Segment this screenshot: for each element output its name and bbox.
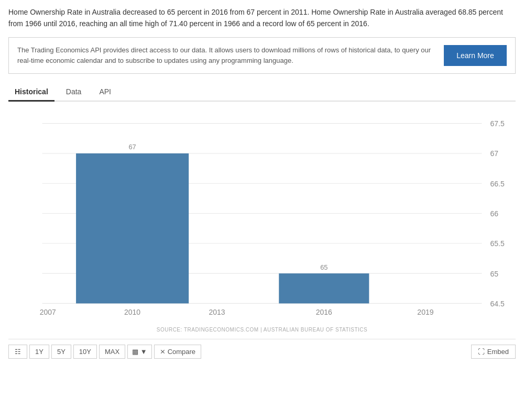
tab-historical[interactable]: Historical (8, 83, 54, 102)
chart-type-button[interactable]: ▩ ▼ (127, 345, 152, 359)
svg-text:2007: 2007 (40, 308, 56, 316)
learn-more-button[interactable]: Learn More (444, 45, 507, 66)
grid-view-button[interactable]: ☷ (8, 345, 27, 359)
svg-text:67: 67 (128, 143, 136, 151)
main-container: Home Ownership Rate in Australia decreas… (0, 0, 524, 368)
embed-icon: ⛶ (478, 348, 485, 356)
description-text: Home Ownership Rate in Australia decreas… (8, 6, 516, 30)
bar-chart: 67.5 67 66.5 66 65.5 65 64.5 67 65 2007 … (8, 112, 516, 322)
embed-button[interactable]: ⛶ Embed (471, 345, 516, 359)
toolbar: ☷ 1Y 5Y 10Y MAX ▩ ▼ ⨯ Compare ⛶ Embed (8, 339, 516, 362)
svg-text:2013: 2013 (209, 308, 225, 316)
10y-button[interactable]: 10Y (73, 345, 97, 359)
tabs-container: Historical Data API (8, 83, 516, 102)
svg-text:66: 66 (490, 209, 499, 218)
grid-icon: ☷ (15, 348, 21, 356)
svg-text:2019: 2019 (417, 308, 433, 316)
tab-data[interactable]: Data (60, 83, 88, 101)
svg-text:65: 65 (490, 270, 499, 278)
svg-text:67.5: 67.5 (490, 119, 505, 128)
max-button[interactable]: MAX (99, 345, 125, 359)
source-text: SOURCE: TRADINGECONOMICS.COM | AUSTRALIA… (8, 327, 516, 333)
compare-icon: ⨯ (160, 348, 166, 356)
svg-text:66.5: 66.5 (490, 180, 505, 188)
toolbar-left: ☷ 1Y 5Y 10Y MAX ▩ ▼ ⨯ Compare (8, 345, 201, 359)
chart-area: 67.5 67 66.5 66 65.5 65 64.5 67 65 2007 … (8, 112, 516, 322)
compare-button[interactable]: ⨯ Compare (154, 345, 201, 359)
svg-text:65.5: 65.5 (490, 239, 505, 248)
bar-2016 (279, 273, 369, 303)
bar-2010 (76, 153, 189, 303)
chevron-down-icon: ▼ (140, 348, 147, 356)
tab-api[interactable]: API (93, 83, 117, 101)
svg-text:64.5: 64.5 (490, 300, 505, 308)
toolbar-right: ⛶ Embed (471, 345, 516, 359)
api-banner: The Trading Economics API provides direc… (8, 37, 516, 74)
5y-button[interactable]: 5Y (51, 345, 71, 359)
svg-text:2016: 2016 (316, 308, 332, 316)
svg-text:67: 67 (490, 149, 499, 158)
1y-button[interactable]: 1Y (29, 345, 49, 359)
api-banner-text: The Trading Economics API provides direc… (17, 45, 433, 66)
svg-text:65: 65 (320, 263, 328, 271)
svg-text:2010: 2010 (124, 308, 140, 316)
bar-chart-icon: ▩ (132, 348, 138, 356)
